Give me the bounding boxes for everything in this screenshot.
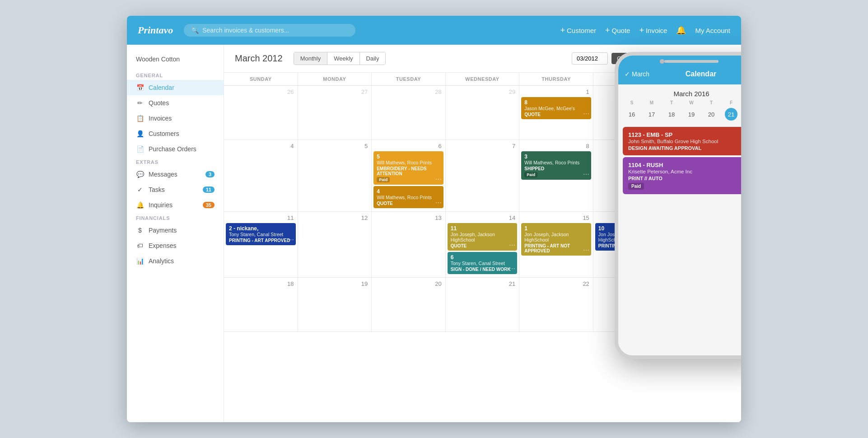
cal-cell: 5 <box>298 140 372 212</box>
my-account-button[interactable]: My Account <box>695 27 730 34</box>
notifications-icon[interactable]: 🔔 <box>676 25 686 35</box>
cal-cell: 22 <box>519 278 593 332</box>
phone-month-title: March 2016 <box>618 84 741 100</box>
add-quote-button[interactable]: + Quote <box>605 26 630 35</box>
add-invoice-button[interactable]: + Invoice <box>639 26 667 35</box>
cal-cell: 28 <box>372 86 446 140</box>
tasks-badge: 11 <box>203 186 215 193</box>
phone-event-name: John Smith, Buffalo Grove High School <box>628 139 741 144</box>
phone-day-cell-today[interactable]: 21 <box>725 108 737 121</box>
purchase-orders-icon: 📄 <box>136 145 144 153</box>
cal-cell: 19 <box>298 278 372 332</box>
cal-event[interactable]: 2 - nickane, Tony Staren, Canal Street P… <box>226 223 296 245</box>
phone-event[interactable]: 1123 - EMB - SP John Smith, Buffalo Grov… <box>623 127 741 155</box>
sidebar-item-tasks[interactable]: ✓ Tasks 11 <box>127 182 224 197</box>
cal-event[interactable]: 11 Jon Joseph, Jackson HighSchool QUOTE … <box>448 223 518 251</box>
cal-cell: 14 11 Jon Joseph, Jackson HighSchool QUO… <box>446 212 520 278</box>
sidebar-section-extras: EXTRAS <box>127 157 224 167</box>
day-header-mon: MONDAY <box>298 73 372 85</box>
search-input[interactable] <box>202 27 348 34</box>
sidebar-section-general: GENERAL <box>127 70 224 80</box>
cal-cell: 8 3 Will Mathews, Roco Prints SHIPPED Pa… <box>519 140 593 212</box>
app-logo: Printavo <box>138 24 173 36</box>
add-customer-button[interactable]: + Customer <box>560 26 596 35</box>
sidebar-item-inquiries[interactable]: 🔔 Inquiries 35 <box>127 197 224 213</box>
top-nav: Printavo 🔍 + Customer + Quote + Invoice … <box>127 16 741 45</box>
sidebar-item-payments[interactable]: $ Payments <box>127 223 224 238</box>
cal-cell: 15 1 Jon Joseph, Jackson HighSchool PRIN… <box>519 212 593 278</box>
cal-cell: 6 5 Will Mathews, Roco Prints EMBROIDERY… <box>372 140 446 212</box>
cal-event[interactable]: 5 Will Mathews, Roco Prints EMBROIDERY -… <box>373 151 443 185</box>
cal-cell: 12 <box>298 212 372 278</box>
plus-icon: + <box>605 26 610 35</box>
phone-screen: ✓ March Calendar + March 2016 S M T W T … <box>618 56 741 355</box>
analytics-icon: 📊 <box>136 257 144 265</box>
phone-events: 1123 - EMB - SP John Smith, Buffalo Grov… <box>618 121 741 355</box>
search-bar[interactable]: 🔍 <box>184 24 355 37</box>
messages-badge: 3 <box>205 171 215 177</box>
messages-icon: 💬 <box>136 171 144 178</box>
cal-event[interactable]: 3 Will Mathews, Roco Prints SHIPPED Paid… <box>521 151 591 180</box>
phone-week-day: W <box>681 100 701 105</box>
tasks-icon: ✓ <box>136 186 144 193</box>
cal-cell: 18 <box>224 278 298 332</box>
phone-week-day: T <box>701 100 721 105</box>
phone-mockup: ✓ March Calendar + March 2016 S M T W T … <box>615 52 741 359</box>
cal-cell: 4 <box>224 140 298 212</box>
phone-day-cell[interactable]: 18 <box>665 108 678 121</box>
phone-event-id: 1123 - EMB - SP <box>628 131 741 138</box>
phone-day-cell[interactable]: 17 <box>645 108 658 121</box>
view-daily-button[interactable]: Daily <box>360 52 386 65</box>
sidebar-item-calendar[interactable]: 📅 Calendar <box>127 80 224 95</box>
phone-back-button[interactable]: ✓ March <box>625 70 649 78</box>
cal-cell: 13 <box>372 212 446 278</box>
sidebar-item-analytics[interactable]: 📊 Analytics <box>127 253 224 269</box>
view-monthly-button[interactable]: Monthly <box>294 52 328 65</box>
expenses-icon: 🏷 <box>136 242 144 249</box>
phone-day-cell[interactable]: 20 <box>705 108 718 121</box>
sidebar-item-customers[interactable]: 👤 Customers <box>127 126 224 141</box>
cal-event[interactable]: 8 Jason McGee, McGee's QUOTE ⋯ <box>521 97 591 119</box>
phone-event-status: DESIGN AWAITING APPROVAL <box>628 145 741 151</box>
phone-event-badge: Paid <box>628 183 644 190</box>
cal-cell: 11 2 - nickane, Tony Staren, Canal Stree… <box>224 212 298 278</box>
phone-event-status: PRINT // AUTO <box>628 176 741 181</box>
phone-day-cell[interactable]: 19 <box>685 108 698 121</box>
cal-cell: 20 <box>372 278 446 332</box>
app-window: Printavo 🔍 + Customer + Quote + Invoice … <box>127 16 741 422</box>
plus-icon: + <box>639 26 644 35</box>
day-header-wed: WEDNESDAY <box>446 73 520 85</box>
phone-day-cell[interactable]: 16 <box>625 108 638 121</box>
cal-event[interactable]: 4 Will Mathews, Roco Prints QUOTE ⋯ <box>373 186 443 208</box>
cal-event[interactable]: 1 Jon Joseph, Jackson HighSchool PRINTIN… <box>521 223 591 256</box>
phone-camera <box>660 59 664 64</box>
invoices-icon: 📋 <box>136 115 144 122</box>
day-header-tue: TUESDAY <box>372 73 446 85</box>
phone-week-day: F <box>721 100 741 105</box>
phone-outer: ✓ March Calendar + March 2016 S M T W T … <box>615 52 741 359</box>
cal-cell: 1 8 Jason McGee, McGee's QUOTE ⋯ <box>519 86 593 140</box>
sidebar: Wooden Cotton GENERAL 📅 Calendar ✏ Quote… <box>127 45 224 422</box>
nav-actions: + Customer + Quote + Invoice 🔔 My Accoun… <box>560 25 730 35</box>
cal-cell: 27 <box>298 86 372 140</box>
cal-cell: 7 <box>446 140 520 212</box>
phone-event-id: 1104 - RUSH <box>628 162 741 168</box>
phone-week-row: 16 17 18 19 20 21 22 <box>618 107 741 121</box>
chevron-left-icon: ✓ <box>625 70 630 78</box>
cal-event[interactable]: 6 Tony Staren, Canal Street SIGN - DONE … <box>448 252 518 274</box>
phone-event[interactable]: 1104 - RUSH Krisette Peterson, Acme Inc … <box>623 157 741 194</box>
sidebar-item-purchase-orders[interactable]: 📄 Purchase Orders <box>127 141 224 157</box>
inquiries-badge: 35 <box>203 202 215 208</box>
day-header-thu: THURSDAY <box>519 73 593 85</box>
sidebar-item-quotes[interactable]: ✏ Quotes <box>127 95 224 111</box>
inquiries-icon: 🔔 <box>136 201 144 209</box>
sidebar-item-messages[interactable]: 💬 Messages 3 <box>127 167 224 182</box>
search-icon: 🔍 <box>191 27 199 34</box>
sidebar-section-financials: FINANCIALS <box>127 213 224 223</box>
cal-cell: 29 <box>446 86 520 140</box>
date-input[interactable] <box>572 52 608 65</box>
sidebar-item-expenses[interactable]: 🏷 Expenses <box>127 238 224 253</box>
calendar-icon: 📅 <box>136 84 144 91</box>
view-weekly-button[interactable]: Weekly <box>327 52 359 65</box>
sidebar-item-invoices[interactable]: 📋 Invoices <box>127 111 224 126</box>
